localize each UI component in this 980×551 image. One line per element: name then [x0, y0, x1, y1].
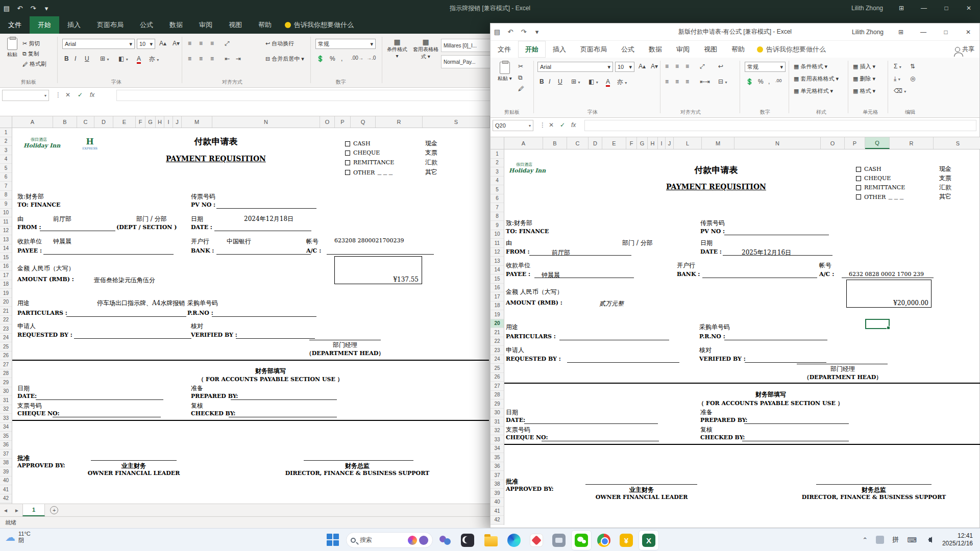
grow-font-icon[interactable]: A▴	[159, 40, 166, 47]
wrap-text-icon[interactable]: ↩	[718, 63, 723, 70]
ribbon-display-options-icon[interactable]: ⊞	[890, 0, 913, 16]
column-header[interactable]: P	[335, 116, 351, 128]
column-header[interactable]: E	[113, 116, 136, 128]
row-header[interactable]: 40	[491, 498, 504, 507]
sort-filter-icon[interactable]: ⇅	[910, 63, 915, 70]
taskbar-wechat[interactable]	[571, 530, 592, 550]
font-color-icon[interactable]: A	[137, 55, 141, 64]
sheet-next-icon[interactable]: ►	[11, 508, 22, 513]
row-header[interactable]: 29	[491, 399, 504, 409]
remittance-checkbox[interactable]	[345, 160, 350, 165]
borders-icon[interactable]: ⊞ ▾	[100, 55, 109, 62]
formula-input[interactable]	[584, 120, 976, 131]
column-header[interactable]: M	[182, 116, 212, 128]
percent-style-icon[interactable]: %	[758, 78, 764, 85]
format-painter-icon[interactable]: 🖉	[518, 85, 524, 92]
percent-style-icon[interactable]: %	[330, 55, 335, 62]
tell-me-box[interactable]: 告诉我你想要做什么	[757, 45, 826, 54]
format-as-table-button[interactable]: ▦套用表格格式 ▾	[412, 38, 439, 60]
row-header[interactable]: 4	[491, 177, 504, 186]
align-middle-icon[interactable]: ≡	[675, 63, 679, 70]
touch-keyboard-icon[interactable]: ⌨	[907, 536, 917, 544]
insert-function-icon[interactable]: fx	[90, 91, 94, 98]
row-header[interactable]: 42	[0, 494, 12, 504]
fill-color-icon[interactable]: ◧ ▾	[118, 55, 128, 62]
start-button[interactable]	[327, 534, 340, 547]
font-size-combo[interactable]: 10▾	[615, 62, 634, 72]
column-header[interactable]: F	[626, 137, 637, 149]
row-header[interactable]: 1	[0, 128, 12, 137]
autosum-icon[interactable]: Σ ▾	[894, 63, 901, 70]
column-header[interactable]: D	[589, 137, 602, 149]
comma-style-icon[interactable]: ,	[341, 55, 342, 62]
quick-access-customize-icon[interactable]: ▾	[40, 5, 53, 12]
column-header[interactable]: J	[173, 116, 182, 128]
font-name-combo[interactable]: Arial▾	[537, 62, 613, 72]
row-header[interactable]: 12	[491, 248, 504, 257]
decimal-icons[interactable]: .00	[775, 78, 782, 83]
row-header[interactable]: 36	[0, 441, 12, 450]
increase-indent-icon[interactable]: ⇥	[236, 55, 241, 62]
align-top-icon[interactable]: ≡	[665, 63, 669, 70]
row-header[interactable]: 18	[0, 280, 12, 289]
ribbon-tab[interactable]: 插入	[546, 41, 573, 58]
number-format-combo[interactable]: 常规▾	[315, 39, 376, 49]
underline-button[interactable]: U	[85, 55, 89, 62]
row-header[interactable]: 6	[0, 173, 12, 182]
row-header[interactable]: 23	[491, 346, 504, 355]
row-header[interactable]: 41	[0, 485, 12, 494]
column-header[interactable]: H	[648, 137, 658, 149]
maximize-button[interactable]: □	[935, 23, 957, 40]
italic-button[interactable]: I	[75, 55, 76, 62]
row-header[interactable]: 10	[491, 230, 504, 239]
weather-widget[interactable]: ☁ 11°C阴	[5, 531, 31, 544]
row-header[interactable]: 36	[491, 462, 504, 471]
italic-button[interactable]: I	[549, 78, 550, 85]
row-header[interactable]: 33	[0, 414, 12, 423]
column-header[interactable]: C	[567, 137, 589, 149]
row-header[interactable]: 1	[491, 149, 504, 159]
align-right-icon[interactable]: ≡	[685, 78, 689, 85]
row-header[interactable]: 8	[0, 191, 12, 200]
shrink-font-icon[interactable]: A▾	[173, 40, 180, 47]
format-cells-button[interactable]: ▦ 格式 ▾	[853, 87, 875, 95]
taskbar-finance-app[interactable]: ¥	[616, 530, 636, 550]
row-header[interactable]: 3	[0, 146, 12, 155]
comma-style-icon[interactable]: ,	[768, 78, 770, 85]
orientation-icon[interactable]: ⤢	[700, 63, 705, 70]
tray-app-icon[interactable]	[876, 536, 884, 544]
remittance-checkbox[interactable]	[856, 185, 861, 190]
row-header[interactable]: 5	[0, 164, 12, 173]
column-header[interactable]: G	[145, 116, 156, 128]
row-header[interactable]: 11	[491, 239, 504, 248]
align-center-icon[interactable]: ≡	[675, 78, 679, 85]
enter-icon[interactable]: ✓	[78, 91, 83, 98]
column-header[interactable]: N	[734, 137, 821, 149]
row-header[interactable]: 20	[491, 319, 504, 329]
column-header[interactable]: Q	[351, 116, 376, 128]
row-header[interactable]: 16	[0, 262, 12, 271]
taskbar-dark-app[interactable]	[457, 530, 478, 550]
column-header[interactable]: G	[637, 137, 648, 149]
copy-icon[interactable]: ⧉	[518, 74, 523, 81]
name-box[interactable]: Q20▾	[493, 120, 533, 131]
row-header[interactable]: 22	[0, 316, 12, 325]
row-header[interactable]: 15	[0, 253, 12, 262]
row-header[interactable]: 13	[0, 235, 12, 244]
align-left-icon[interactable]: ≡	[665, 78, 669, 85]
cheque-checkbox[interactable]	[345, 151, 350, 156]
orientation-icon[interactable]: ⤢	[225, 40, 230, 47]
row-header[interactable]: 3	[491, 167, 504, 177]
row-header[interactable]: 24	[491, 355, 504, 364]
row-header[interactable]: 5	[491, 185, 504, 194]
ribbon-tab[interactable]: 视图	[697, 41, 724, 58]
close-button[interactable]: ✕	[957, 23, 979, 40]
borders-icon[interactable]: ⊞ ▾	[571, 78, 580, 85]
row-header[interactable]: 39	[491, 489, 504, 498]
ribbon-tab[interactable]: 审阅	[669, 41, 697, 58]
row-header[interactable]: 14	[491, 266, 504, 275]
row-header[interactable]: 32	[491, 427, 504, 436]
row-header[interactable]: 11	[0, 217, 12, 227]
save-icon[interactable]: ▤	[0, 5, 13, 12]
other-checkbox[interactable]	[856, 194, 861, 199]
